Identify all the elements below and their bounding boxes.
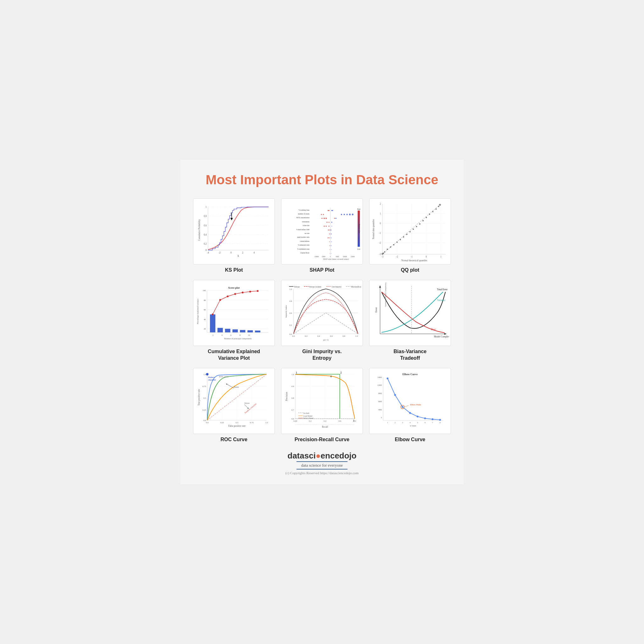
svg-point-126 xyxy=(438,206,439,207)
svg-point-117 xyxy=(409,231,411,232)
svg-point-48 xyxy=(324,218,325,219)
svg-text:2: 2 xyxy=(380,203,381,206)
svg-text:-3: -3 xyxy=(381,256,383,258)
svg-text:0.4: 0.4 xyxy=(324,420,326,422)
svg-text:Good Model: Good Model xyxy=(303,415,313,417)
svg-rect-155 xyxy=(255,330,260,332)
svg-text:Perfect Model: Perfect Model xyxy=(303,417,314,419)
svg-text:1: 1 xyxy=(296,371,297,374)
svg-text:2: 2 xyxy=(213,334,214,336)
svg-point-113 xyxy=(397,241,398,243)
svg-text:False positive rate: False positive rate xyxy=(228,425,246,427)
svg-marker-194 xyxy=(444,333,447,335)
svg-text:Worse: Worse xyxy=(244,402,250,404)
shap-plot-box: % working class number of rooms NOX conc… xyxy=(281,198,363,264)
svg-point-35 xyxy=(332,210,333,211)
svg-text:0: 0 xyxy=(205,249,207,252)
svg-point-118 xyxy=(413,229,414,230)
ks-plot-svg: 1 0.8 0.6 0.4 0.2 0 -4 -2 0 2 4 X Cumula… xyxy=(197,202,271,261)
qq-plot-label: QQ plot xyxy=(401,267,419,274)
svg-text:Bias²: Bias² xyxy=(431,328,436,331)
svg-point-157 xyxy=(219,299,221,301)
svg-text:1.0: 1.0 xyxy=(355,335,358,337)
svg-point-53 xyxy=(331,226,332,227)
svg-point-37 xyxy=(328,210,329,211)
svg-text:Normal data quantiles: Normal data quantiles xyxy=(372,219,375,239)
svg-point-70 xyxy=(329,249,330,250)
svg-point-112 xyxy=(393,244,394,246)
svg-text:True positive rate: True positive rate xyxy=(197,389,200,406)
svg-text:remoteness: remoteness xyxy=(302,221,309,223)
svg-rect-149 xyxy=(210,314,215,332)
svg-text:40: 40 xyxy=(204,318,206,320)
svg-text:Optimum Model Complexity: Optimum Model Complexity xyxy=(384,282,386,307)
ks-plot-box: 1 0.8 0.6 0.4 0.2 0 -4 -2 0 2 4 X Cumula… xyxy=(193,198,275,264)
svg-text:0.9: 0.9 xyxy=(291,385,294,387)
svg-text:80: 80 xyxy=(204,299,206,301)
pr-plot-svg: 1.0 0.9 0.8 0.7 0.6 0.00 0.2 0.4 0.6 1.0… xyxy=(283,370,361,432)
logo-dot: ● xyxy=(316,451,321,460)
svg-text:0: 0 xyxy=(330,256,331,258)
pr-plot-box: 1.0 0.9 0.8 0.7 0.6 0.00 0.2 0.4 0.6 1.0… xyxy=(281,368,363,434)
svg-point-47 xyxy=(325,218,327,219)
svg-text:0.6: 0.6 xyxy=(338,420,341,422)
svg-text:% industrial zone: % industrial zone xyxy=(298,244,310,246)
svg-text:3: 3 xyxy=(353,419,354,422)
svg-text:p(t=1): p(t=1) xyxy=(323,339,329,341)
svg-point-65 xyxy=(331,241,332,242)
shap-plot-cell: % working class number of rooms NOX conc… xyxy=(281,198,363,274)
svg-text:-3: -3 xyxy=(379,253,381,256)
pr-plot-cell: 1.0 0.9 0.8 0.7 0.6 0.00 0.2 0.4 0.6 1.0… xyxy=(281,368,363,443)
svg-text:tax rate: tax rate xyxy=(304,232,309,234)
svg-text:0.5: 0.5 xyxy=(203,397,206,399)
svg-text:Model Complexity: Model Complexity xyxy=(434,335,449,338)
gini-plot-box: Entropy Entropy (scaled) Gini Impurity M… xyxy=(281,280,363,346)
svg-text:1: 1 xyxy=(440,256,441,258)
svg-point-42 xyxy=(352,214,353,215)
roc-plot-cell: 1.0 0.75 0.5 0.25 0.0 0.0 0.25 0.5 0.75 … xyxy=(193,368,275,443)
ks-plot-label: KS Plot xyxy=(225,267,243,274)
svg-text:0.0: 0.0 xyxy=(206,421,209,424)
scree-plot-box: Scree plot 100 80 60 40 20 xyxy=(193,280,275,346)
svg-text:-2: -2 xyxy=(219,252,220,254)
svg-point-64 xyxy=(328,237,329,239)
elbow-plot-box: Elbow Curve 14000 12000 8000 6000 4000 0… xyxy=(369,368,451,434)
svg-text:1: 1 xyxy=(380,213,381,215)
svg-point-160 xyxy=(242,291,244,293)
svg-point-66 xyxy=(329,241,330,242)
svg-text:0: 0 xyxy=(230,252,232,254)
svg-point-43 xyxy=(323,214,324,215)
svg-point-61 xyxy=(329,234,330,235)
svg-text:5: 5 xyxy=(417,421,418,423)
svg-text:0.2: 0.2 xyxy=(289,324,292,326)
svg-text:SHAP value (impact on model ou: SHAP value (impact on model output) xyxy=(323,258,349,261)
svg-point-161 xyxy=(249,291,251,293)
svg-point-57 xyxy=(330,230,332,231)
svg-text:0.6: 0.6 xyxy=(330,335,333,337)
svg-text:0.25: 0.25 xyxy=(203,409,206,411)
svg-text:Entropy (scaled): Entropy (scaled) xyxy=(309,286,321,288)
svg-text:0.6: 0.6 xyxy=(204,224,207,227)
svg-text:k Value: k Value xyxy=(410,425,416,427)
svg-text:% working class: % working class xyxy=(298,209,309,211)
svg-text:0.0: 0.0 xyxy=(292,335,295,337)
svg-text:1: 1 xyxy=(205,206,207,208)
footer-logo: datasci●encedojo xyxy=(193,451,451,461)
svg-text:4: 4 xyxy=(330,375,331,378)
svg-text:4000: 4000 xyxy=(378,408,382,410)
svg-point-55 xyxy=(326,226,327,227)
logo-text1: datasci xyxy=(287,451,316,460)
svg-point-40 xyxy=(347,214,348,215)
svg-point-71 xyxy=(331,253,332,254)
svg-point-41 xyxy=(349,214,351,215)
svg-text:0.8: 0.8 xyxy=(291,397,294,399)
gini-plot-label: Gini Impurity vs. Entropy xyxy=(302,348,341,362)
svg-point-68 xyxy=(329,245,330,247)
svg-point-58 xyxy=(329,230,330,231)
svg-point-67 xyxy=(330,245,332,247)
svg-point-60 xyxy=(330,234,332,235)
svg-text:0.00: 0.00 xyxy=(293,420,297,422)
svg-point-52 xyxy=(326,222,328,223)
svg-text:1: 1 xyxy=(387,421,388,423)
shap-plot-svg: % working class number of rooms NOX conc… xyxy=(283,200,361,263)
